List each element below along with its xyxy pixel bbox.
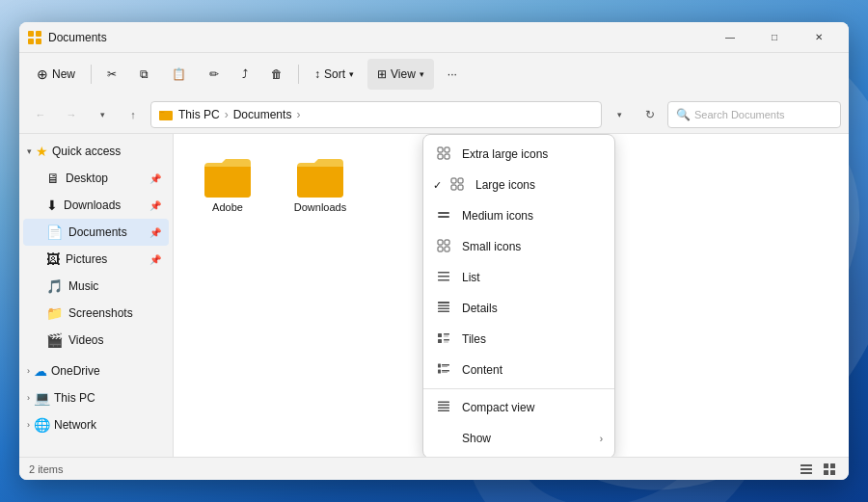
search-box[interactable]: 🔍 Search Documents xyxy=(667,101,841,128)
main-content: ▾ ★ Quick access 🖥 Desktop 📌 ⬇ Downloads… xyxy=(19,134,849,457)
forward-button[interactable]: → xyxy=(58,101,85,128)
sidebar-item-downloads[interactable]: ⬇ Downloads 📌 xyxy=(23,192,169,219)
svg-rect-19 xyxy=(445,247,449,251)
menu-details[interactable]: Details xyxy=(423,293,614,324)
svg-rect-35 xyxy=(442,366,448,367)
menu-medium-icons[interactable]: Medium icons xyxy=(423,200,614,231)
svg-rect-39 xyxy=(438,401,449,403)
desktop-icon: 🖥 xyxy=(46,171,60,186)
cut-icon: ✂ xyxy=(107,67,117,81)
menu-list[interactable]: List xyxy=(423,262,614,293)
svg-rect-9 xyxy=(445,154,449,159)
address-path[interactable]: This PC › Documents › xyxy=(150,101,602,128)
sidebar-item-music[interactable]: 🎵 Music xyxy=(23,273,169,300)
svg-rect-34 xyxy=(442,364,449,366)
refresh-icon: ↻ xyxy=(645,108,655,121)
menu-small-icons[interactable]: Small icons xyxy=(423,231,614,262)
menu-separator xyxy=(423,388,614,389)
up-button[interactable]: ↑ xyxy=(120,101,147,128)
new-button[interactable]: ⊕ New xyxy=(27,59,85,90)
desktop-pin-icon: 📌 xyxy=(149,173,161,184)
svg-rect-48 xyxy=(824,470,828,475)
thispc-header[interactable]: › 💻 This PC xyxy=(19,384,173,411)
svg-rect-10 xyxy=(451,178,456,183)
thispc-collapse-icon: › xyxy=(27,393,30,403)
network-label: Network xyxy=(54,418,96,432)
path-part-documents: Documents xyxy=(233,108,292,121)
sort-button[interactable]: ↕ Sort ▾ xyxy=(305,59,364,90)
music-icon: 🎵 xyxy=(46,278,63,294)
menu-show[interactable]: Show › xyxy=(423,423,614,454)
delete-button[interactable]: 🗑 xyxy=(261,59,292,90)
toolbar-separator-1 xyxy=(91,65,92,84)
search-icon: 🔍 xyxy=(676,108,691,121)
sidebar-item-documents[interactable]: 📄 Documents 📌 xyxy=(23,219,169,246)
pictures-icon: 🖼 xyxy=(46,251,60,267)
menu-tiles[interactable]: Tiles xyxy=(423,324,614,355)
thispc-icon: 💻 xyxy=(34,390,50,406)
quick-access-header[interactable]: ▾ ★ Quick access xyxy=(19,138,173,165)
copy-button[interactable]: ⧉ xyxy=(130,59,158,90)
address-chevron-button[interactable]: ▾ xyxy=(606,101,633,128)
file-item-adobe[interactable]: Adobe xyxy=(189,149,266,219)
window-icon xyxy=(27,30,42,45)
svg-rect-7 xyxy=(445,147,449,152)
svg-rect-45 xyxy=(800,472,812,474)
onedrive-icon: ☁ xyxy=(34,363,47,379)
grid-view-toggle-button[interactable] xyxy=(820,461,839,478)
copy-icon: ⧉ xyxy=(140,67,149,81)
downloads-icon: ⬇ xyxy=(46,198,58,213)
paste-icon: 📋 xyxy=(172,67,186,81)
share-button[interactable]: ⤴ xyxy=(232,59,258,90)
svg-rect-27 xyxy=(438,333,442,337)
svg-rect-2 xyxy=(28,39,34,44)
more-button[interactable]: ··· xyxy=(438,59,467,90)
menu-extra-large-icons[interactable]: Extra large icons xyxy=(423,139,614,170)
maximize-button[interactable]: □ xyxy=(752,22,797,53)
menu-large-icons[interactable]: Large icons xyxy=(423,170,614,200)
sort-icon: ↕ xyxy=(314,67,320,81)
svg-rect-3 xyxy=(36,39,41,44)
sidebar-item-label: Downloads xyxy=(64,198,121,212)
svg-rect-26 xyxy=(438,310,449,312)
menu-item-label: Tiles xyxy=(462,332,486,346)
svg-rect-12 xyxy=(451,185,456,190)
view-button[interactable]: ⊞ View ▾ xyxy=(367,59,434,90)
back-button[interactable]: ← xyxy=(27,101,54,128)
sidebar-item-screenshots[interactable]: 📁 Screenshots xyxy=(23,300,169,327)
view-icon: ⊞ xyxy=(377,67,387,81)
onedrive-collapse-icon: › xyxy=(27,366,30,376)
menu-item-label: Small icons xyxy=(462,240,521,253)
sidebar-item-desktop[interactable]: 🖥 Desktop 📌 xyxy=(23,165,169,192)
cut-button[interactable]: ✂ xyxy=(97,59,126,90)
close-button[interactable]: ✕ xyxy=(797,22,841,53)
view-toggle-buttons xyxy=(797,461,839,478)
menu-compact-view[interactable]: Compact view xyxy=(423,392,614,423)
content-icon xyxy=(435,362,452,379)
rename-button[interactable]: ✏ xyxy=(200,59,229,90)
path-part-this-pc: This PC xyxy=(178,108,220,121)
sidebar-item-pictures[interactable]: 🖼 Pictures 📌 xyxy=(23,246,169,273)
menu-content[interactable]: Content xyxy=(423,355,614,385)
refresh-button[interactable]: ↻ xyxy=(637,101,664,128)
svg-rect-11 xyxy=(458,178,463,183)
path-folder-icon xyxy=(159,108,173,121)
onedrive-header[interactable]: › ☁ OneDrive xyxy=(19,357,173,384)
network-icon: 🌐 xyxy=(34,417,50,433)
sidebar-item-videos[interactable]: 🎬 Videos xyxy=(23,327,169,354)
list-view-toggle-button[interactable] xyxy=(797,461,816,478)
svg-rect-8 xyxy=(438,154,443,159)
svg-rect-30 xyxy=(438,339,442,343)
recent-locations-button[interactable]: ▾ xyxy=(89,101,116,128)
svg-rect-38 xyxy=(442,372,448,373)
svg-rect-33 xyxy=(438,363,441,367)
files-container: Adobe Downloads xyxy=(189,149,359,219)
minimize-button[interactable]: — xyxy=(708,22,752,53)
small-icons-icon xyxy=(435,239,452,255)
file-item-downloads[interactable]: Downloads xyxy=(282,149,359,219)
svg-rect-16 xyxy=(438,240,443,245)
network-header[interactable]: › 🌐 Network xyxy=(19,411,173,438)
sidebar-item-label: Screenshots xyxy=(68,306,133,320)
paste-button[interactable]: 📋 xyxy=(162,59,196,90)
svg-rect-15 xyxy=(438,216,449,218)
